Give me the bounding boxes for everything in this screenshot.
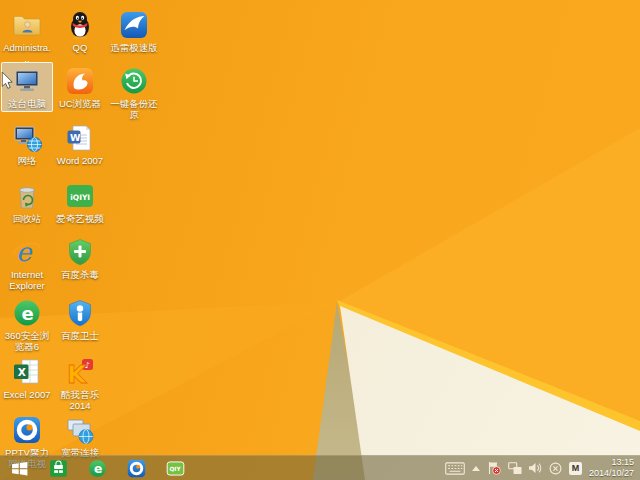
green-e-circle-icon: e [87, 458, 108, 479]
volume-icon[interactable] [529, 462, 542, 474]
desktop-icon-label: Excel 2007 [3, 389, 50, 400]
desktop-icon-excel-2007[interactable]: X Excel 2007 [1, 353, 53, 403]
safely-remove-icon[interactable] [549, 462, 562, 475]
desktop-icon-label: 这台电脑 [8, 98, 46, 109]
desktop-icon-broadband[interactable]: 宽带连接 [54, 411, 106, 461]
desktop-icon-label: Administra... [3, 42, 51, 64]
desktop-icon-this-pc[interactable]: 这台电脑 [1, 62, 53, 112]
windows-logo-icon [9, 458, 30, 479]
desktop-icon-label: 回收站 [13, 213, 42, 224]
green-shield-plus-icon [64, 236, 96, 268]
svg-text:e: e [22, 303, 34, 324]
desktop-icon-recycle-bin[interactable]: 回收站 [1, 177, 53, 227]
taskbar-windows-store[interactable] [46, 457, 70, 479]
action-center-alert-icon[interactable] [487, 461, 501, 475]
kuwo-k-note-icon: ♪ K [64, 356, 96, 388]
desktop-icon-baidu-weishi[interactable]: 百度卫士 [54, 294, 106, 344]
taskbar-pptv[interactable] [124, 457, 148, 479]
taskbar: e QIY [0, 455, 640, 480]
desktop-icon-qq[interactable]: QQ [54, 6, 106, 56]
iqiyi-logo-icon: QIY [165, 458, 186, 479]
desktop-icon-internet-explorer[interactable]: e Internet Explorer [1, 233, 53, 294]
qq-penguin-icon [64, 9, 96, 41]
svg-text:X: X [18, 366, 26, 378]
desktop-icon-kuwo-music[interactable]: ♪ K 酷我音乐 2014 [54, 353, 106, 414]
clock[interactable]: 13:15 2014/10/27 [589, 457, 634, 479]
taskbar-iqiyi[interactable]: QIY [163, 457, 187, 479]
desktop-icon-iqiyi-video[interactable]: iQIYI 爱奇艺视频 [54, 177, 106, 227]
hidden-icons-chevron-icon[interactable] [472, 466, 480, 471]
desktop-icon-label: 酷我音乐 2014 [56, 389, 104, 411]
desktop-icon-label: 爱奇艺视频 [56, 213, 104, 224]
ime-indicator[interactable]: M [569, 462, 582, 475]
desktop-icon-label: 一键备份还原 [106, 98, 162, 120]
word-document-icon: W [64, 122, 96, 154]
desktop-icon-label: 360安全浏览器6 [3, 330, 51, 352]
desktop-icon-word-2007[interactable]: W Word 2007 [54, 119, 106, 169]
taskbar-360-browser[interactable]: e [85, 457, 109, 479]
pptv-logo-icon [11, 414, 43, 446]
thunder-bird-icon [118, 9, 150, 41]
clock-date: 2014/10/27 [589, 468, 634, 479]
store-icon [48, 458, 69, 479]
svg-text:W: W [70, 132, 81, 143]
blue-shield-icon [64, 297, 96, 329]
start-button[interactable] [7, 457, 31, 479]
desktop-icon-label: Word 2007 [57, 155, 103, 166]
network-tray-icon[interactable] [508, 462, 522, 475]
desktop-icon-admin-folder[interactable]: Administra... [1, 6, 53, 67]
computer-monitor-icon [11, 65, 43, 97]
uc-squirrel-icon [64, 65, 96, 97]
desktop-icon-label: QQ [73, 42, 88, 53]
desktop-icon-network[interactable]: 网络 [1, 119, 53, 169]
restore-clock-icon [118, 65, 150, 97]
desktop-icon-label: 百度卫士 [61, 330, 99, 341]
desktop-icon-label: Internet Explorer [3, 269, 51, 291]
svg-text:QIY: QIY [169, 465, 181, 471]
desktop-icon-baidu-antivirus[interactable]: 百度杀毒 [54, 233, 106, 283]
user-folder-icon [11, 9, 43, 41]
desktop-icon-backup-restore[interactable]: 一键备份还原 [104, 62, 164, 123]
system-tray: M 13:15 2014/10/27 [445, 457, 640, 479]
clock-time: 13:15 [589, 457, 634, 468]
svg-text:iQIYI: iQIYI [70, 193, 90, 202]
touch-keyboard-icon[interactable] [445, 462, 465, 475]
taskbar-apps: e QIY [0, 457, 187, 479]
svg-text:e: e [94, 461, 102, 475]
desktop-icon-label: UC浏览器 [59, 98, 101, 109]
desktop-icon-label: 网络 [18, 155, 37, 166]
iqiyi-logo-icon: iQIYI [64, 180, 96, 212]
desktop-icon-360-browser[interactable]: e 360安全浏览器6 [1, 294, 53, 355]
svg-text:e: e [16, 237, 33, 267]
svg-text:K: K [67, 360, 88, 388]
desktop-icon-uc-browser[interactable]: UC浏览器 [54, 62, 106, 112]
desktop-icon-label: 百度杀毒 [61, 269, 99, 280]
pptv-logo-icon [126, 458, 147, 479]
desktop: Administra... QQ 迅雷极速版 这台电脑 [0, 0, 640, 480]
desktop-icon-xunlei[interactable]: 迅雷极速版 [104, 6, 164, 56]
desktop-icon-label: 迅雷极速版 [110, 42, 158, 53]
broadband-connection-icon [64, 414, 96, 446]
network-globe-icon [11, 122, 43, 154]
green-e-circle-icon: e [11, 297, 43, 329]
ie-logo-icon: e [11, 236, 43, 268]
recycle-bin-icon [11, 180, 43, 212]
excel-spreadsheet-icon: X [11, 356, 43, 388]
